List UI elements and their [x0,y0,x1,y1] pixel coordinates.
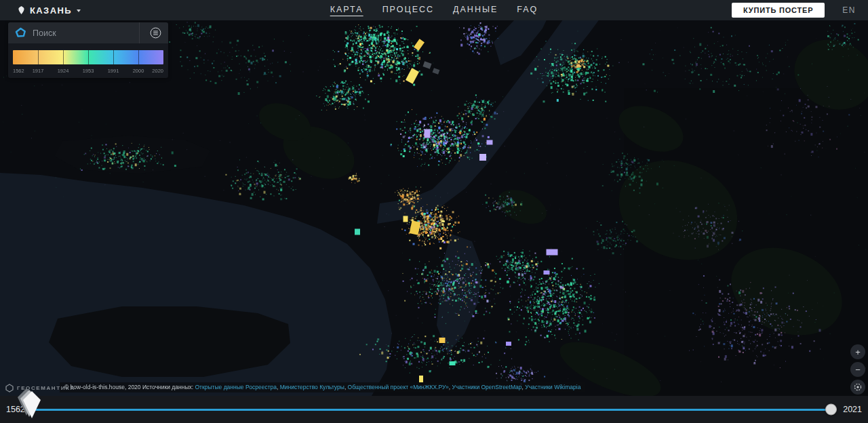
nav-tab-map[interactable]: КАРТА [330,5,363,16]
top-bar: КАЗАНЬ КАРТА ПРОЦЕСС ДАННЫЕ FAQ КУПИТЬ П… [0,0,868,20]
zoom-out-button[interactable]: − [850,362,865,377]
app-logo-icon [15,27,26,39]
attribution-link[interactable]: Участники OpenStreetMap [452,384,522,390]
house-list-button[interactable] [146,27,161,39]
nav-tab-faq[interactable]: FAQ [517,5,538,16]
map-controls: + − [850,344,865,395]
hexagon-icon [5,384,14,392]
nav-tab-data[interactable]: ДАННЫЕ [453,5,498,16]
main-nav: КАРТА ПРОЦЕСС ДАННЫЕ FAQ [330,5,538,16]
zoom-in-button[interactable]: + [850,344,865,359]
timeline-track[interactable] [33,409,835,411]
legend-tick [88,50,89,64]
timeline-start-year: 1562 [6,405,25,414]
legend-year-labels: 1562 1917 1924 1953 1991 2000 2020 [13,67,163,75]
attribution-link[interactable]: Министерство Культуры [280,384,344,390]
app-window: КАЗАНЬ КАРТА ПРОЦЕСС ДАННЫЕ FAQ КУПИТЬ П… [0,0,868,423]
search-legend-panel: 1562 1917 1924 1953 1991 2000 2020 [8,22,168,78]
legend-year: 1562 [13,68,24,74]
buy-poster-button[interactable]: КУПИТЬ ПОСТЕР [732,3,825,18]
map-attribution: © how-old-is-this.house, 2020 Источники … [60,382,585,392]
attribution-link[interactable]: Общественный проект «МинЖКХ.РУ» [348,384,449,390]
geolocate-button[interactable] [850,380,865,395]
legend-tick [38,50,39,64]
legend-tick [163,50,164,64]
kazan-emblem-icon [18,6,25,14]
header-right: КУПИТЬ ПОСТЕР EN [732,3,856,18]
legend-year: 2020 [152,68,163,74]
legend-year: 2000 [133,68,144,74]
timeline-thumb[interactable] [825,404,837,416]
legend-tick [113,50,114,64]
timeline-bar: 1562 2021 [0,396,868,423]
panel-divider [139,22,140,43]
legend-tick [138,50,139,64]
legend-tick [63,50,64,64]
nav-tab-process[interactable]: ПРОЦЕСС [382,5,434,16]
city-selector[interactable]: КАЗАНЬ [18,5,81,16]
year-color-legend: 1562 1917 1924 1953 1991 2000 2020 [8,43,168,78]
legend-year: 1991 [108,68,119,74]
language-toggle[interactable]: EN [842,5,856,15]
geolocate-icon [854,383,862,391]
brand-name: ГЕОСЕМАНТИКА [17,385,75,391]
attribution-link[interactable]: Открытые данные Росреестра [195,384,277,390]
search-bar [8,22,168,43]
legend-year: 1924 [58,68,69,74]
search-input[interactable] [33,28,133,38]
chevron-down-icon [77,9,81,12]
geosemantica-logo[interactable]: ГЕОСЕМАНТИКА [5,384,75,392]
legend-year: 1953 [83,68,94,74]
list-icon [150,27,161,39]
attribution-text: © how-old-is-this.house, 2020 Источники … [64,384,195,390]
attribution-link[interactable]: Участники Wikimapia [525,384,580,390]
legend-gradient-bar[interactable] [13,50,163,64]
timeline-end-year: 2021 [843,405,862,414]
legend-year: 1917 [33,68,44,74]
city-name: КАЗАНЬ [30,5,72,16]
